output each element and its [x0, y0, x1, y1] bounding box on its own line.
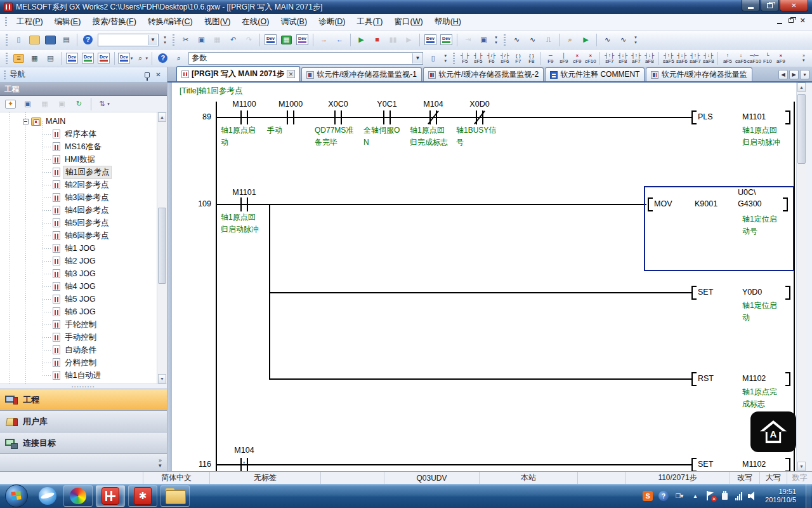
- operand-g4300[interactable]: G4300: [738, 199, 762, 208]
- parameter-combo[interactable]: 参数▼: [188, 52, 423, 65]
- sogou-input-icon[interactable]: S: [643, 491, 653, 501]
- copy-item-icon[interactable]: ▣: [20, 97, 35, 110]
- volume-icon[interactable]: [748, 491, 758, 500]
- device-display-blue-icon[interactable]: Dev: [423, 32, 438, 47]
- remote-operation-icon[interactable]: ▣: [476, 32, 491, 47]
- device-find-icon[interactable]: ⌕▾: [134, 51, 148, 65]
- gx-works2-taskbar-icon[interactable]: [96, 485, 125, 507]
- collapse-icon[interactable]: [23, 119, 29, 124]
- find-combo[interactable]: ▼: [98, 34, 159, 46]
- ladder-symbol-saF7[interactable]: ┤↑├saF7: [688, 51, 702, 66]
- hardware-plug-icon[interactable]: [721, 491, 730, 501]
- contact-X0C0[interactable]: [331, 110, 345, 124]
- device-m1101[interactable]: M1101: [216, 188, 273, 197]
- exec-monitor-icon[interactable]: ▶: [579, 32, 593, 47]
- ladder-symbol-sF8[interactable]: ┤↓├sF8: [616, 51, 629, 66]
- ladder-symbol-F7[interactable]: ( )F7: [511, 51, 525, 66]
- overflow-icon[interactable]: ▾▾: [441, 53, 450, 64]
- panel-overflow[interactable]: »▾: [0, 453, 167, 471]
- save-file-icon[interactable]: [43, 32, 58, 47]
- editor-scroll-up-icon[interactable]: ▲: [797, 83, 806, 92]
- ladder-symbol-F6[interactable]: ┤/├F6: [485, 51, 498, 66]
- taskbar-clock[interactable]: 19:51 2019/10/5: [765, 488, 796, 504]
- overflow-icon[interactable]: ▾▾: [631, 35, 640, 45]
- ladder-symbol-sF5[interactable]: ┤ ├sF5: [471, 51, 485, 66]
- tree-item-手轮控制[interactable]: 手轮控制: [0, 318, 157, 331]
- ladder-symbol-caF5[interactable]: ↓caF5: [734, 51, 747, 66]
- open-file-icon[interactable]: [27, 32, 42, 47]
- tree-item-轴1 JOG[interactable]: 轴1 JOG: [0, 242, 157, 255]
- ladder-editor[interactable]: [Title]轴1回参考点 89 M1100轴1原点启动M1000手动X0C0Q…: [172, 83, 796, 471]
- ladder-symbol-saF5[interactable]: ┤↑├saF5: [662, 51, 675, 66]
- ladder-symbol-sF9[interactable]: │sF9: [557, 51, 570, 66]
- print-icon[interactable]: ▤: [59, 32, 74, 47]
- ladder-symbol-F8[interactable]: { }F8: [525, 51, 538, 66]
- editor-scroll-down-icon[interactable]: ▼: [797, 462, 806, 471]
- editor-scrollbar[interactable]: ▲ ▼: [796, 83, 806, 471]
- tree-item-轴5 JOG[interactable]: 轴5 JOG: [0, 293, 157, 305]
- transfer-write-icon[interactable]: →: [317, 32, 331, 47]
- operand-dest-prefix[interactable]: U0C\: [738, 188, 756, 197]
- write-to-plc-icon[interactable]: Dev: [263, 32, 278, 47]
- sort-icon[interactable]: ⇅▾: [96, 97, 110, 110]
- scan-time-icon[interactable]: ⌕: [563, 32, 577, 47]
- tab-scroll-left-icon[interactable]: ◀: [778, 70, 788, 79]
- monitor-stop-icon[interactable]: ■: [370, 32, 384, 47]
- instruction-rst[interactable]: RST: [698, 374, 714, 383]
- show-desktop-button[interactable]: [806, 484, 811, 508]
- operand-k9001[interactable]: K9001: [695, 199, 717, 208]
- plc-tools-icon[interactable]: ✱: [128, 485, 157, 507]
- scroll-up-icon[interactable]: ▲: [158, 112, 166, 122]
- tree-item-轴2回参考点[interactable]: 轴2回参考点: [0, 178, 157, 191]
- tree-item-手动控制[interactable]: 手动控制: [0, 331, 157, 344]
- child-minimize-icon[interactable]: [777, 23, 782, 24]
- overflow-icon[interactable]: ▾▾: [492, 35, 501, 45]
- menu-诊断[interactable]: 诊断(D): [313, 14, 351, 30]
- undo-icon[interactable]: ↶: [226, 32, 240, 47]
- device-memory-icon[interactable]: Dev: [81, 51, 95, 65]
- instruction-set[interactable]: SET: [698, 288, 713, 297]
- tree-scroll-thumb[interactable]: [158, 208, 166, 284]
- help2-icon[interactable]: ?: [155, 51, 170, 65]
- ladder-symbol-aF5[interactable]: ↑aF5: [721, 51, 734, 66]
- dropdown-icon[interactable]: ▼: [412, 53, 422, 64]
- menu-调试[interactable]: 调试(B): [275, 14, 313, 30]
- child-close-icon[interactable]: ✕: [800, 17, 806, 24]
- navigation-toggle-icon[interactable]: ≡: [11, 51, 26, 65]
- pane-splitter[interactable]: [167, 83, 172, 471]
- tree-scrollbar[interactable]: ▲ ▼: [157, 112, 167, 384]
- ladder-symbol-sF7[interactable]: ┤↑├sF7: [603, 51, 616, 66]
- paste-item-icon[interactable]: ▦: [37, 97, 52, 110]
- tree-item-轴3回参考点[interactable]: 轴3回参考点: [0, 191, 157, 204]
- ladder-symbol-F5[interactable]: ┤ ├F5: [458, 51, 471, 66]
- tree-item-轴4回参考点[interactable]: 轴4回参考点: [0, 204, 157, 217]
- editor-scroll-thumb[interactable]: [797, 94, 806, 164]
- tree-item-MS16准备[interactable]: MS16准备: [0, 140, 157, 153]
- instruction-pls[interactable]: PLS: [698, 112, 713, 121]
- contact-m1101[interactable]: [237, 197, 251, 211]
- read-from-plc-icon[interactable]: ▦: [279, 32, 294, 47]
- duplicate-item-icon[interactable]: ▣: [55, 97, 69, 110]
- logic-analyzer-2-icon[interactable]: ∿: [616, 32, 631, 47]
- monitor-pause-icon[interactable]: ▮▮: [386, 32, 400, 47]
- tree-item-轴6回参考点[interactable]: 轴6回参考点: [0, 229, 157, 242]
- menu-编辑[interactable]: 编辑(E): [49, 14, 87, 30]
- menu-搜索/替换[interactable]: 搜索/替换(F): [86, 14, 141, 30]
- start-button[interactable]: [5, 485, 28, 507]
- action-center-flag-icon[interactable]: ✕: [706, 491, 715, 501]
- contact-M1100[interactable]: [237, 110, 251, 124]
- contact-X0D0[interactable]: [473, 110, 487, 124]
- monitor-start-icon[interactable]: ▶: [354, 32, 369, 47]
- device-comment-icon[interactable]: Dev: [65, 51, 79, 65]
- ladder-symbol-F9[interactable]: ─F9: [544, 51, 557, 66]
- file-explorer-icon[interactable]: [160, 485, 190, 507]
- pinwheel-browser-icon[interactable]: [63, 485, 93, 507]
- step-execution-icon[interactable]: ⇥: [461, 32, 475, 47]
- instruction-mov[interactable]: MOV: [654, 199, 672, 208]
- menu-转换/编译[interactable]: 转换/编译(C): [142, 14, 199, 30]
- tree-item-轴4 JOG[interactable]: 轴4 JOG: [0, 280, 157, 293]
- menu-视图[interactable]: 视图(V): [199, 14, 237, 30]
- device-m104[interactable]: M104: [216, 446, 273, 455]
- contact-Y0C1[interactable]: [380, 110, 394, 124]
- tree-item-轴3 JOG[interactable]: 轴3 JOG: [0, 267, 157, 280]
